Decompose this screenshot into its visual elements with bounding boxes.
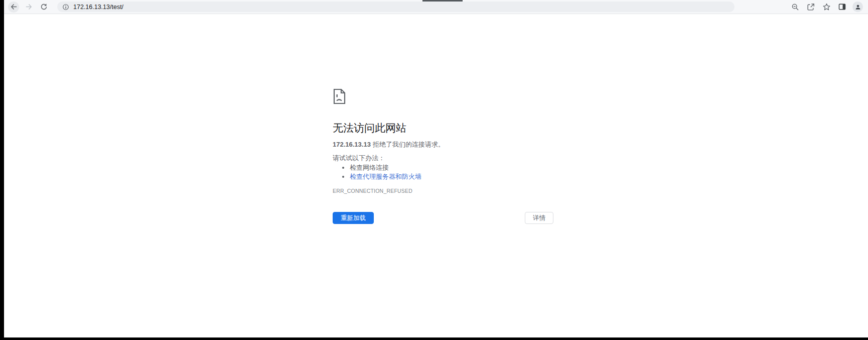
reload-button[interactable]	[38, 2, 49, 13]
sad-file-icon	[333, 88, 346, 104]
bookmark-star-icon	[822, 3, 831, 11]
error-code: ERR_CONNECTION_REFUSED	[333, 188, 553, 194]
forward-icon	[25, 3, 33, 11]
button-row: 重新加载 详情	[333, 212, 553, 224]
page-content: 无法访问此网站 172.16.13.13拒绝了我们的连接请求。 请试试以下办法：…	[4, 14, 868, 337]
back-button[interactable]	[8, 2, 19, 13]
suggestions-heading: 请试试以下办法：	[333, 154, 553, 162]
suggestion-item: 检查代理服务器和防火墙	[350, 172, 553, 181]
profile-avatar[interactable]	[852, 2, 863, 12]
share-icon	[807, 3, 815, 11]
forward-button[interactable]	[23, 2, 34, 13]
reload-page-button[interactable]: 重新加载	[333, 212, 374, 224]
bookmark-button[interactable]	[820, 1, 832, 13]
tab-strip-fragment	[422, 0, 463, 2]
error-title: 无法访问此网站	[333, 122, 553, 135]
share-button[interactable]	[805, 1, 817, 13]
site-info-icon[interactable]	[62, 4, 69, 11]
browser-toolbar: 172.16.13.13/test/	[4, 0, 868, 14]
reload-icon	[40, 3, 48, 11]
details-button[interactable]: 详情	[525, 212, 553, 224]
zoom-out-button[interactable]	[789, 1, 801, 13]
address-bar[interactable]: 172.16.13.13/test/	[57, 2, 735, 12]
side-panel-button[interactable]	[836, 1, 848, 13]
error-message: 172.16.13.13拒绝了我们的连接请求。	[333, 141, 553, 149]
suggestion-item: 检查网络连接	[350, 163, 553, 172]
back-icon	[10, 3, 18, 11]
suggestions-list: 检查网络连接 检查代理服务器和防火墙	[333, 163, 553, 181]
browser-window: 172.16.13.13/test/	[4, 0, 868, 337]
profile-avatar-icon	[854, 4, 861, 11]
error-content: 无法访问此网站 172.16.13.13拒绝了我们的连接请求。 请试试以下办法：…	[333, 14, 553, 224]
side-panel-icon	[838, 3, 846, 11]
error-host: 172.16.13.13	[333, 141, 371, 148]
error-message-text: 拒绝了我们的连接请求。	[373, 141, 445, 148]
zoom-out-icon	[791, 3, 799, 11]
url-text: 172.16.13.13/test/	[73, 4, 123, 11]
proxy-firewall-link[interactable]: 检查代理服务器和防火墙	[350, 173, 421, 180]
suggestion-text: 检查网络连接	[350, 164, 389, 171]
